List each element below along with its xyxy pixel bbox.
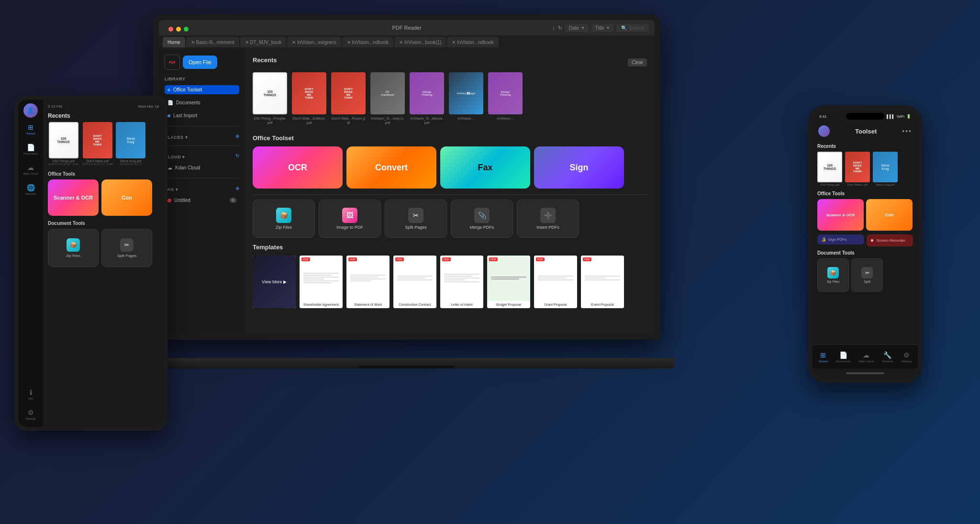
ipad-recent-2[interactable]: Don't Make.pdf 2018/01/03 04:31 · 5.8M [82, 122, 113, 166]
recents-grid: 100-Thing...People.pdf Don't Mak...Editi… [253, 72, 647, 125]
tag-add-icon[interactable]: ⊕ [235, 186, 239, 191]
blue-dot-icon [167, 89, 170, 91]
refresh-icon[interactable]: ↻ [558, 25, 562, 31]
iphone-zip-card[interactable]: 📦 Zip Files [817, 258, 849, 292]
ipad-scanner-ocr-card[interactable]: Scanner & OCR [48, 179, 99, 216]
laptop-screen: PDF Reader ↕ ↻ Date ▼ Title ▼ 🔍 Se [159, 20, 655, 334]
iphone-doc-grid: 📦 Zip Files ✂ Split [817, 258, 913, 292]
zip-files-card[interactable]: 📦 Zip Files [253, 200, 315, 238]
iphone-split-card[interactable]: ✂ Split [851, 258, 883, 292]
tab-home[interactable]: Home [163, 37, 185, 47]
convert-tool-card[interactable]: Convert [346, 146, 436, 189]
title-sort[interactable]: Title ▼ [591, 24, 613, 32]
ocr-tool-card[interactable]: OCR [253, 146, 343, 189]
template-thumb-budget: PDF [487, 256, 530, 301]
ipad-nav-info[interactable]: ℹ Info [22, 386, 39, 403]
ipad-nav-network[interactable]: 🌐 Network [22, 181, 39, 198]
ipad-bezel: 👤 ⊞ Toolset 📄 Documents ☁ Main Cloud 🌐 N… [14, 96, 167, 431]
ipad-nav-settings[interactable]: ⚙ Settings [22, 406, 39, 423]
recent-item-6[interactable]: InVision... [449, 72, 483, 125]
clear-button[interactable]: Clear [628, 58, 647, 67]
ipad-date: Wed Mar 18 [138, 104, 159, 109]
iphone-app-title: Toolset [855, 128, 877, 135]
iphone-zip-icon: 📦 [827, 267, 839, 279]
recent-item-4[interactable]: InVision_D...ook(1).pdf [370, 72, 405, 125]
template-budget[interactable]: PDF Budget Proposal [487, 256, 530, 308]
iphone-nav-kdan-cloud[interactable]: ☁ Kdan Cloud [859, 351, 874, 363]
iphone-avatar[interactable] [818, 125, 830, 137]
iphone-bezel: 9:41 ▌▌▌ WiFi 🔋 Toolset ••• Recents [808, 105, 923, 383]
cloud-sync-icon[interactable]: ↻ [235, 153, 239, 158]
tab-invision-2[interactable]: ✕ InVision...ndbook [342, 37, 393, 47]
ipad-recent-3[interactable]: Steve krug.pdf 2018/02/22 11:12 [116, 122, 145, 166]
tab-invision-1[interactable]: ✕ InVision...esigners [287, 37, 341, 47]
insert-icon: ➕ [540, 208, 556, 223]
iphone-nav-documents[interactable]: 📄 Documents [836, 351, 850, 363]
sort-icon[interactable]: ↕ [552, 25, 555, 31]
iphone-recent-1[interactable]: 100-Things.pdf [817, 152, 842, 186]
recent-thumb-7 [488, 72, 523, 114]
ipad-recents-grid: 100-Things.pdf 2018/02/23 09:49 · 3.8m D… [48, 122, 159, 166]
iphone-recent-thumb-1 [817, 152, 842, 182]
insert-pdfs-card[interactable]: ➕ Insert PDFs [517, 200, 579, 238]
maximize-button-dot[interactable] [184, 27, 189, 32]
merge-pdfs-card[interactable]: 📎 Merge PDFs [451, 200, 513, 238]
template-grant[interactable]: PDF Grant Proposal [534, 256, 577, 308]
template-shareholder[interactable]: PDF Shareholder Agreeme [300, 256, 343, 308]
iphone-scanner-ocr-card[interactable]: Scanner & OCR [817, 199, 864, 231]
iphone-more-button[interactable]: ••• [902, 127, 912, 135]
tab-invision-3[interactable]: ✕ InVision...book(1) [394, 37, 446, 47]
template-statement[interactable]: PDF Statement of Work [346, 256, 390, 308]
ipad-recent-thumb-1 [49, 122, 78, 158]
template-event[interactable]: PDF Event Proposal [581, 256, 624, 308]
recent-item-3[interactable]: Don't Mak...Room.pdf [331, 72, 366, 125]
ipad: 👤 ⊞ Toolset 📄 Documents ☁ Main Cloud 🌐 N… [14, 96, 182, 431]
template-thumb-grant: PDF [534, 256, 577, 301]
recent-item-2[interactable]: Don't Mak...Edition.pdf [292, 72, 326, 125]
recents-header: Recents Clear [253, 56, 647, 68]
recent-thumb-4 [370, 72, 405, 114]
iphone-nav-services[interactable]: 🔧 Services [882, 351, 893, 363]
tab-dt-mjv[interactable]: ✕ DT_MJV_book [240, 37, 287, 47]
tab-basic-n[interactable]: ✕ Basic-N...reement [186, 37, 239, 47]
split-pages-card[interactable]: ✂ Split Pages [385, 200, 447, 238]
ipad-nav-documents[interactable]: 📄 Documents [22, 141, 39, 158]
image-to-pdf-card[interactable]: 🖼 Image to PDF [319, 200, 381, 238]
ipad-nav-toolset[interactable]: ⊞ Toolset [22, 121, 39, 138]
ipad-nav-cloud[interactable]: ☁ Main Cloud [22, 161, 39, 178]
search-box[interactable]: 🔍 Search [616, 24, 649, 32]
ipad-split-card[interactable]: ✂ Split Pages [101, 229, 152, 267]
iphone-recent-2[interactable]: Don't Make .pdf [845, 152, 870, 186]
recent-item-5[interactable]: InVision_D...dbook.pdf [410, 72, 444, 125]
zip-icon: 📦 [276, 208, 291, 223]
places-add-icon[interactable]: ⊕ [235, 134, 239, 139]
iphone-con-card[interactable]: Con [866, 199, 913, 231]
sign-tool-card[interactable]: Sign [534, 146, 624, 189]
template-construction[interactable]: PDF Construction Contract [393, 256, 436, 308]
iphone-time: 9:41 [819, 114, 827, 119]
tab-invision-4[interactable]: ✕ InVision...ndbook [447, 37, 498, 47]
date-sort[interactable]: Date ▼ [565, 24, 589, 32]
sidebar-item-office-toolset[interactable]: Office Toolset [165, 85, 239, 94]
ipad-zip-card[interactable]: 📦 Zip Files [48, 229, 99, 267]
iphone-nav-settings[interactable]: ⚙ Settings [902, 351, 912, 363]
view-more-card[interactable]: View More ▶ [253, 256, 296, 308]
ipad-recent-1[interactable]: 100-Things.pdf 2018/02/23 09:49 · 3.8m [48, 122, 79, 166]
iphone-header: Toolset ••• [813, 123, 918, 140]
ipad-con-card[interactable]: Con [101, 179, 152, 216]
image-icon: 🖼 [342, 208, 357, 223]
recent-item-1[interactable]: 100-Thing...People.pdf [253, 72, 287, 125]
recent-item-7[interactable]: InVision... [488, 72, 523, 125]
minimize-button-dot[interactable] [176, 27, 181, 32]
open-file-button[interactable]: Open File [183, 56, 217, 69]
templates-grid: View More ▶ PDF [253, 256, 647, 308]
fax-tool-card[interactable]: Fax [440, 146, 530, 189]
iphone-recent-3[interactable]: Steve krug.pdf [873, 152, 898, 186]
iphone-screen-recorder-button[interactable]: ⏺ Screen Recorder [867, 234, 913, 246]
iphone-nav-toolset[interactable]: ⊞ Toolset [819, 351, 828, 363]
recent-thumb-5 [410, 72, 444, 114]
laptop-bezel: PDF Reader ↕ ↻ Date ▼ Title ▼ 🔍 Se [153, 14, 660, 340]
template-letter-intent[interactable]: PDF Letter of Intent [440, 256, 483, 308]
close-button-dot[interactable] [168, 27, 173, 32]
iphone-sign-pdfs-button[interactable]: 🔏 Sign PDFs [817, 234, 864, 245]
